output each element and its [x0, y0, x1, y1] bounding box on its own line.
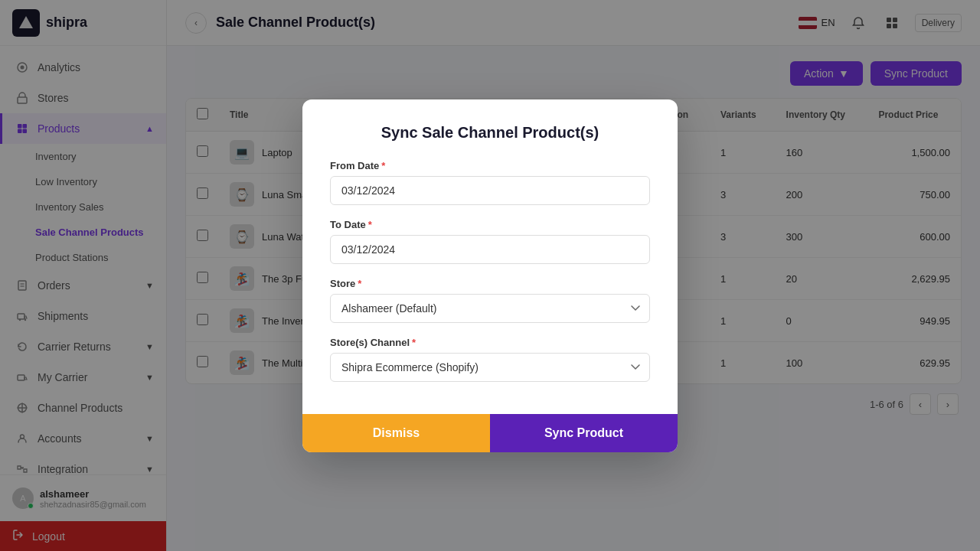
modal-body: Sync Sale Channel Product(s) From Date *…: [302, 99, 678, 414]
to-date-group: To Date *: [330, 219, 650, 264]
from-date-required: *: [381, 160, 385, 171]
from-date-label: From Date *: [330, 160, 650, 171]
to-date-required: *: [368, 219, 372, 230]
sync-modal: Sync Sale Channel Product(s) From Date *…: [302, 99, 678, 452]
modal-footer: Dismiss Sync Product: [302, 414, 678, 452]
modal-title: Sync Sale Channel Product(s): [330, 124, 650, 142]
store-select[interactable]: Alshameer (Default): [330, 294, 650, 323]
from-date-group: From Date *: [330, 160, 650, 205]
modal-sync-button[interactable]: Sync Product: [490, 414, 678, 452]
to-date-input[interactable]: [330, 235, 650, 264]
dismiss-button[interactable]: Dismiss: [302, 414, 490, 452]
store-group: Store * Alshameer (Default): [330, 278, 650, 323]
store-channel-select[interactable]: Shipra Ecommerce (Shopify): [330, 353, 650, 382]
from-date-input[interactable]: [330, 176, 650, 205]
to-date-label: To Date *: [330, 219, 650, 230]
store-channel-label: Store(s) Channel *: [330, 337, 650, 348]
modal-overlay[interactable]: Sync Sale Channel Product(s) From Date *…: [0, 0, 980, 551]
store-channel-group: Store(s) Channel * Shipra Ecommerce (Sho…: [330, 337, 650, 382]
store-label: Store *: [330, 278, 650, 289]
store-channel-required: *: [412, 337, 416, 348]
store-required: *: [358, 278, 361, 289]
